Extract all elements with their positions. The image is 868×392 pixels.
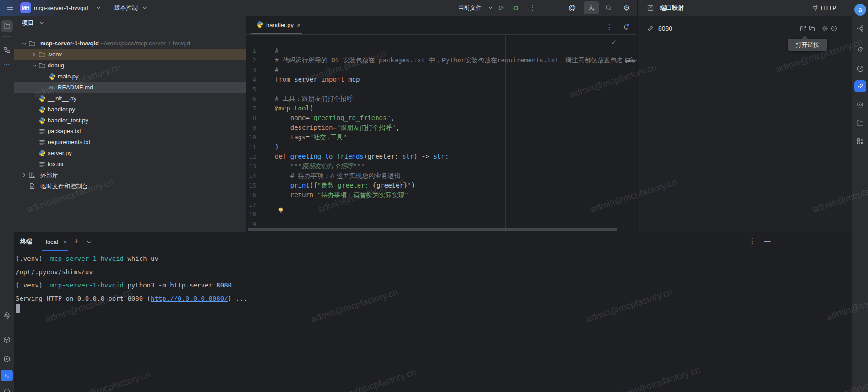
share-icon[interactable] <box>857 25 864 32</box>
intention-bulb-icon[interactable] <box>277 207 284 214</box>
robot-assistant-icon[interactable] <box>857 101 864 108</box>
port-mapping-button-active[interactable] <box>854 80 866 92</box>
services-icon[interactable] <box>3 355 11 363</box>
editor-tab-handler[interactable]: handler.py <box>266 16 294 34</box>
vcs-menu[interactable]: 版本控制 <box>114 0 138 16</box>
terminal-tab-local[interactable]: local <box>46 235 58 248</box>
terminal-options-icon[interactable]: ⋮ <box>749 237 755 245</box>
structure-toolwindow-icon[interactable] <box>3 46 11 54</box>
python-file-icon <box>256 21 263 28</box>
copy-link-icon[interactable] <box>808 25 816 32</box>
tree-item-server.py[interactable]: server.py <box>14 148 246 159</box>
project-selector[interactable]: mcp-server-1-hvvqid <box>34 0 88 16</box>
close-port-icon[interactable] <box>830 25 838 32</box>
line-number: 2 <box>246 55 256 65</box>
line-number: 10 <box>246 133 256 142</box>
tree-item-________[interactable]: 临时文件和控制台 <box>14 181 246 192</box>
dashboard-icon[interactable] <box>857 138 864 145</box>
run-config-chevron-icon[interactable] <box>487 4 494 11</box>
tree-item-__init__.py[interactable]: __init__.py <box>14 93 246 104</box>
tree-item-label: mcp-server-1-hvvqid ~/workspace/mcp-serv… <box>40 40 190 47</box>
invite-user-button[interactable] <box>584 1 599 14</box>
code-token: mcp <box>344 76 360 83</box>
app-logo[interactable]: MH <box>20 2 31 13</box>
code-line-4: from server import mcp <box>275 75 360 84</box>
tree-chevron-right-icon[interactable] <box>31 51 38 58</box>
code-token: f <box>313 182 317 189</box>
vcs-menu-chevron-icon[interactable] <box>141 4 148 11</box>
tree-item-tox.ini[interactable]: tox.ini <box>14 159 246 170</box>
tree-item-main.py[interactable]: main.py <box>14 71 246 82</box>
search-everywhere-icon[interactable] <box>605 4 612 11</box>
terminal-text: which uv <box>124 255 158 262</box>
user-avatar[interactable]: a <box>854 4 866 16</box>
tree-item-.venv[interactable]: .venv <box>14 49 246 60</box>
run-configuration-selector[interactable]: 当前文件 <box>458 0 482 16</box>
project-panel-chevron-icon[interactable] <box>38 19 45 27</box>
problems-icon[interactable] <box>3 387 11 392</box>
main-menu-icon[interactable] <box>6 4 14 11</box>
project-selector-chevron-icon[interactable] <box>95 4 102 11</box>
code-token: , <box>391 114 394 121</box>
python-packages-icon[interactable] <box>3 312 11 319</box>
port-mapping-panel: 8080 打开链接 <box>638 16 852 232</box>
line-number: 14 <box>246 171 256 181</box>
terminal-tab-dropdown-icon[interactable] <box>86 238 93 246</box>
paperclip-icon[interactable] <box>857 46 864 53</box>
terminal-icon <box>3 372 11 379</box>
python-icon <box>38 95 46 102</box>
tree-chevron-down-icon[interactable] <box>21 40 28 47</box>
line-number: 13 <box>246 161 256 171</box>
code-token: from <box>275 76 290 83</box>
tree-item-___[interactable]: 外部库 <box>14 170 246 181</box>
gauge-icon[interactable] <box>857 65 864 72</box>
tree-item-debug[interactable]: debug <box>14 60 246 71</box>
textfile-icon <box>38 160 46 168</box>
editor-horizontal-scrollbar[interactable] <box>248 228 617 231</box>
tree-item-handler_test.py[interactable]: handler_test.py <box>14 115 246 126</box>
more-toolwindows-icon[interactable]: ⋯ <box>2 61 11 68</box>
textfile-icon <box>38 127 46 135</box>
tree-item-mcp-server-1-hvvqid[interactable]: mcp-server-1-hvvqid ~/workspace/mcp-serv… <box>14 38 246 49</box>
tree-chevron-right-icon[interactable] <box>21 171 28 179</box>
tree-item-packages.txt[interactable]: packages.txt <box>14 126 246 137</box>
more-actions-icon[interactable]: ⋮ <box>530 4 536 12</box>
tree-item-requirements.txt[interactable]: requirements.txt <box>14 137 246 148</box>
terminal-tab-close-icon[interactable]: × <box>62 238 68 245</box>
run-button[interactable] <box>497 4 505 11</box>
tab-close-icon[interactable]: × <box>295 22 302 29</box>
tree-chevron-down-icon[interactable] <box>31 62 38 69</box>
inspections-ok-icon[interactable]: ✓ <box>610 39 617 46</box>
terminal-minimize-icon[interactable]: — <box>764 236 771 244</box>
http-protocol-label[interactable]: HTTP <box>821 0 836 16</box>
code-token <box>275 191 290 199</box>
notifications-bell-icon[interactable] <box>622 23 630 31</box>
code-token: ) <box>275 143 278 150</box>
code-token: "待办事项：请替换为实际实现" <box>317 191 409 199</box>
ai-assistant-icon[interactable]: @ <box>568 3 576 12</box>
code-line-7: @mcp.tool( <box>275 104 313 113</box>
new-terminal-tab-icon[interactable]: + <box>73 237 80 245</box>
dependencies-icon[interactable] <box>3 336 11 343</box>
code-line-10: tags="社交,工具" <box>275 133 347 142</box>
open-link-icon[interactable] <box>799 25 807 32</box>
port-settings-icon[interactable] <box>821 25 829 32</box>
project-panel-title[interactable]: 项目 <box>22 18 34 28</box>
terminal-url-link[interactable]: http://0.0.0.0:8080/ <box>151 295 228 302</box>
http-protocol-icon[interactable] <box>812 4 819 11</box>
code-token: = <box>333 124 336 131</box>
line-number: 1 <box>246 46 256 55</box>
code-token <box>275 133 290 141</box>
terminal-toolwindow-button[interactable] <box>1 370 13 381</box>
code-line-1: # <box>275 46 278 55</box>
files-icon[interactable] <box>857 119 864 127</box>
tree-item-README.md[interactable]: M↓README.md <box>14 82 246 93</box>
debug-button[interactable] <box>512 4 519 11</box>
code-token: = <box>306 114 309 121</box>
project-toolwindow-button[interactable] <box>1 20 13 32</box>
line-number: 17 <box>246 200 256 210</box>
editor-more-icon[interactable]: ⋮ <box>606 23 612 31</box>
code-line-2: # 代码运行所需的 OS 安装包放在 packages.txt 中，Python… <box>275 55 637 65</box>
settings-gear-icon[interactable]: ⚙ <box>622 3 631 12</box>
tree-item-handler.py[interactable]: handler.py <box>14 104 246 115</box>
